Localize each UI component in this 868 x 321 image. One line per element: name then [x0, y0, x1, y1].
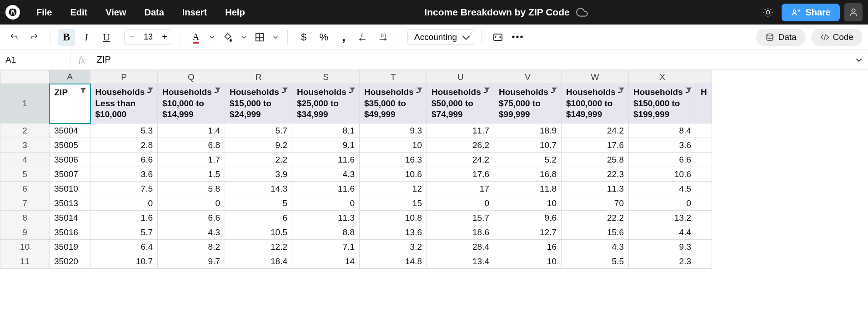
cell[interactable]: 18.9: [494, 123, 562, 138]
filter-icon[interactable]: [416, 87, 423, 93]
app-logo[interactable]: [5, 5, 20, 20]
cell[interactable]: 13.2: [629, 211, 696, 225]
cell-header[interactable]: Households - $35,000 to $49,999: [360, 84, 427, 123]
cell[interactable]: 17.6: [427, 167, 494, 182]
decrease-decimal-button[interactable]: .0: [355, 29, 372, 46]
filter-icon[interactable]: [484, 87, 490, 93]
cell[interactable]: 9.3: [629, 240, 696, 254]
cell[interactable]: 5.3: [90, 123, 158, 138]
cell[interactable]: 35010: [50, 182, 90, 196]
cell[interactable]: 0: [90, 196, 158, 211]
cell[interactable]: 9.2: [225, 138, 292, 153]
cell[interactable]: 4.3: [158, 225, 225, 240]
cell-header[interactable]: Households - Less than $10,000: [90, 84, 158, 123]
cell-partial[interactable]: [696, 225, 712, 240]
cell[interactable]: 11.3: [292, 211, 360, 225]
number-format-select[interactable]: Accounting: [407, 29, 474, 45]
cell[interactable]: 9.6: [494, 211, 562, 225]
cell[interactable]: 12.7: [494, 225, 562, 240]
cell[interactable]: 11.3: [562, 182, 629, 196]
cell[interactable]: 18.4: [225, 254, 292, 269]
percent-button[interactable]: %: [315, 29, 332, 46]
column-header[interactable]: P: [90, 70, 158, 84]
borders-dropdown[interactable]: [271, 29, 280, 46]
fill-color-button[interactable]: [219, 29, 236, 46]
cell[interactable]: 8.8: [292, 225, 360, 240]
cell[interactable]: 1.4: [158, 123, 225, 138]
column-header[interactable]: A: [50, 70, 90, 84]
cell[interactable]: 9.3: [360, 123, 427, 138]
text-color-dropdown[interactable]: [207, 29, 216, 46]
cell-header-partial[interactable]: H: [696, 84, 712, 123]
cell-partial[interactable]: [696, 138, 712, 153]
cell[interactable]: 10: [360, 138, 427, 153]
cell[interactable]: 12.2: [225, 240, 292, 254]
cell[interactable]: 14.8: [360, 254, 427, 269]
cell-header[interactable]: Households - $75,000 to $99,999: [494, 84, 562, 123]
column-header[interactable]: U: [427, 70, 494, 84]
filter-icon[interactable]: [349, 87, 356, 93]
formula-input[interactable]: [93, 54, 850, 65]
cell-header[interactable]: Households - $50,000 to $74,999: [427, 84, 494, 123]
column-header[interactable]: R: [225, 70, 292, 84]
cell-partial[interactable]: [696, 254, 712, 269]
select-all-corner[interactable]: [0, 70, 50, 84]
row-header[interactable]: 9: [0, 225, 50, 240]
filter-icon[interactable]: [147, 87, 154, 93]
theme-toggle-button[interactable]: [759, 3, 777, 21]
row-header[interactable]: 2: [0, 123, 50, 138]
cell[interactable]: 0: [292, 196, 360, 211]
cell[interactable]: 13.4: [427, 254, 494, 269]
cell-header[interactable]: Households - $100,000 to $149,999: [562, 84, 629, 123]
cell[interactable]: 17.6: [562, 138, 629, 153]
row-header[interactable]: 1: [0, 84, 50, 123]
cell[interactable]: 0: [158, 196, 225, 211]
cell[interactable]: 0: [427, 196, 494, 211]
cell-reference[interactable]: A1: [0, 50, 70, 69]
filter-icon[interactable]: [686, 87, 692, 93]
cell[interactable]: 4.3: [292, 167, 360, 182]
column-header[interactable]: W: [562, 70, 629, 84]
cell[interactable]: 3.6: [90, 167, 158, 182]
cell-partial[interactable]: [696, 123, 712, 138]
cell[interactable]: 1.7: [158, 153, 225, 167]
filter-icon[interactable]: [282, 87, 288, 93]
cell[interactable]: 3.9: [225, 167, 292, 182]
column-header[interactable]: Q: [158, 70, 225, 84]
cell[interactable]: 35004: [50, 123, 90, 138]
underline-button[interactable]: U: [98, 29, 115, 46]
cell[interactable]: 10.7: [90, 254, 158, 269]
cell[interactable]: 24.2: [427, 153, 494, 167]
row-header[interactable]: 11: [0, 254, 50, 269]
cell[interactable]: 18.6: [427, 225, 494, 240]
font-size-input[interactable]: [139, 32, 157, 42]
font-size-decrease[interactable]: −: [125, 30, 139, 44]
menu-data[interactable]: Data: [136, 4, 172, 21]
italic-button[interactable]: I: [78, 29, 95, 46]
fill-color-dropdown[interactable]: [239, 29, 248, 46]
text-color-button[interactable]: A: [187, 29, 205, 46]
cell[interactable]: 3.6: [629, 138, 696, 153]
row-header[interactable]: 8: [0, 211, 50, 225]
cell[interactable]: 10.7: [494, 138, 562, 153]
cell[interactable]: 35014: [50, 211, 90, 225]
cell[interactable]: 5: [225, 196, 292, 211]
cell[interactable]: 4.5: [629, 182, 696, 196]
cell[interactable]: 16.3: [360, 153, 427, 167]
code-panel-button[interactable]: Code: [811, 29, 863, 46]
increase-decimal-button[interactable]: .00: [375, 29, 392, 46]
row-header[interactable]: 6: [0, 182, 50, 196]
cell-partial[interactable]: [696, 211, 712, 225]
cell[interactable]: 9.1: [292, 138, 360, 153]
cell-header[interactable]: Households - $150,000 to $199,999: [629, 84, 696, 123]
cell[interactable]: 5.7: [225, 123, 292, 138]
cell[interactable]: 35005: [50, 138, 90, 153]
cell[interactable]: 11.6: [292, 153, 360, 167]
cell-header-zip[interactable]: ZIP: [50, 84, 90, 123]
cell[interactable]: 2.3: [629, 254, 696, 269]
cell[interactable]: 9.7: [158, 254, 225, 269]
font-size-increase[interactable]: +: [157, 30, 172, 44]
cell-partial[interactable]: [696, 182, 712, 196]
cell[interactable]: 0: [629, 196, 696, 211]
cell[interactable]: 35020: [50, 254, 90, 269]
